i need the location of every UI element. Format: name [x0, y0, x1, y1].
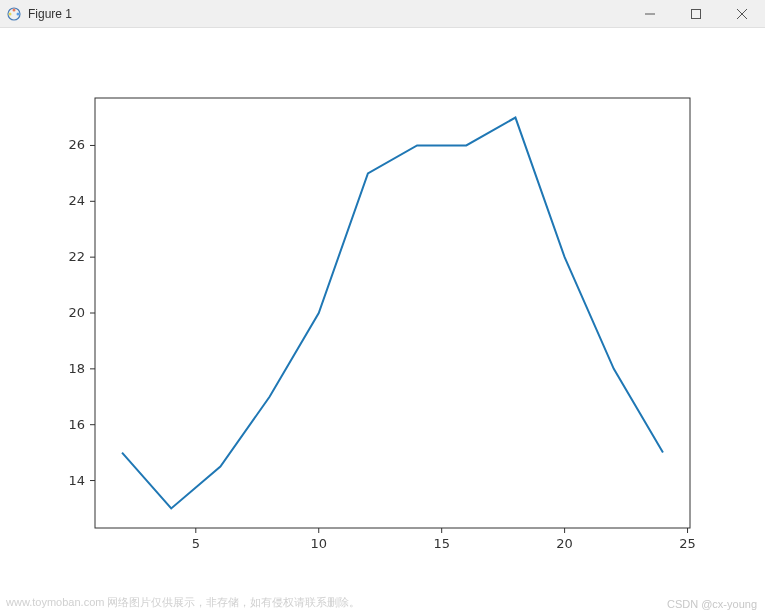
chart-area: 51015202514161820222426 [0, 28, 765, 588]
line-chart: 51015202514161820222426 [0, 28, 765, 588]
x-tick-label: 5 [192, 536, 200, 551]
svg-rect-5 [692, 10, 701, 19]
window-title: Figure 1 [28, 7, 72, 21]
titlebar: Figure 1 [0, 0, 765, 28]
x-tick-label: 25 [679, 536, 696, 551]
x-tick-label: 20 [556, 536, 573, 551]
app-icon [6, 6, 22, 22]
y-tick-label: 16 [68, 417, 85, 432]
y-tick-label: 20 [68, 305, 85, 320]
minimize-button[interactable] [627, 0, 673, 28]
watermark-left: www.toymoban.com 网络图片仅供展示，非存储，如有侵权请联系删除。 [6, 595, 360, 610]
data-series-line [122, 118, 663, 509]
y-tick-label: 18 [68, 361, 85, 376]
y-tick-label: 22 [68, 249, 85, 264]
svg-point-1 [9, 12, 12, 15]
svg-point-2 [17, 12, 20, 15]
maximize-button[interactable] [673, 0, 719, 28]
svg-point-3 [13, 8, 16, 11]
watermark-right: CSDN @cx-young [667, 598, 757, 610]
window-controls [627, 0, 765, 28]
close-button[interactable] [719, 0, 765, 28]
y-tick-label: 26 [68, 137, 85, 152]
y-tick-label: 24 [68, 193, 85, 208]
svg-rect-8 [95, 98, 690, 528]
y-tick-label: 14 [68, 473, 85, 488]
x-tick-label: 15 [433, 536, 450, 551]
x-tick-label: 10 [310, 536, 327, 551]
